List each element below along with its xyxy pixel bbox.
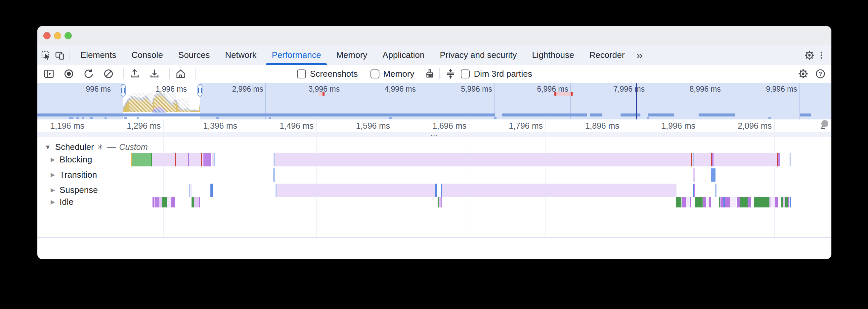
tab-network[interactable]: Network	[217, 45, 264, 65]
timeline-event-bar[interactable]	[175, 153, 176, 166]
timeline-event-bar[interactable]	[273, 168, 275, 182]
timeline-event-bar[interactable]	[693, 168, 695, 182]
timeline-event-bar[interactable]	[441, 197, 442, 208]
timeline-event-bar[interactable]	[188, 153, 189, 166]
timeline-event-bar[interactable]	[709, 197, 711, 208]
upload-profile-icon[interactable]	[129, 68, 140, 80]
timeline-event-bar[interactable]	[194, 197, 199, 208]
timeline-event-bar[interactable]	[781, 197, 783, 208]
timeline-event-bar[interactable]	[789, 153, 790, 166]
timeline-event-bar[interactable]	[737, 197, 740, 208]
timeline-event-bar[interactable]	[754, 197, 769, 208]
expand-triangle-icon[interactable]: ▶	[51, 156, 55, 163]
inspect-element-icon[interactable]	[40, 49, 52, 61]
toggle-sidebar-icon[interactable]	[43, 68, 55, 80]
tab-recorder[interactable]: Recorder	[582, 45, 632, 65]
timeline-event-bar[interactable]	[682, 197, 686, 208]
record-icon[interactable]	[63, 68, 74, 80]
collect-garbage-icon[interactable]	[424, 68, 435, 80]
tab-privacy-and-security[interactable]: Privacy and security	[432, 45, 525, 65]
memory-checkbox[interactable]	[371, 69, 379, 79]
help-icon[interactable]: ?	[815, 68, 826, 80]
timeline-event-bar[interactable]	[730, 197, 736, 208]
tab-elements[interactable]: Elements	[73, 45, 124, 65]
capture-settings-gear-icon[interactable]	[798, 68, 809, 80]
timeline-event-bar[interactable]	[785, 197, 788, 208]
timeline-event-bar[interactable]	[777, 153, 778, 166]
timeline-event-bar[interactable]	[159, 197, 162, 208]
timeline-event-bar[interactable]	[719, 197, 720, 208]
tab-lighthouse[interactable]: Lighthouse	[524, 45, 582, 65]
timeline-event-bar[interactable]	[775, 197, 778, 208]
timeline-event-bar[interactable]	[740, 197, 748, 208]
screenshots-checkbox[interactable]	[297, 69, 306, 79]
timeline-event-bar[interactable]	[155, 197, 159, 208]
timeline-event-bar[interactable]	[201, 153, 202, 166]
timeline-event-bar[interactable]	[276, 184, 436, 197]
minimize-window-button[interactable]	[54, 32, 61, 39]
timeline-event-bar[interactable]	[191, 197, 194, 208]
timeline-event-bar[interactable]	[276, 184, 277, 197]
settings-gear-icon[interactable]	[804, 49, 815, 61]
timeline-event-bar[interactable]	[690, 197, 691, 208]
timeline-event-bar[interactable]	[442, 184, 677, 197]
timeline-event-bar[interactable]	[274, 153, 780, 166]
expand-triangle-icon[interactable]: ▶	[51, 198, 55, 206]
selection-handle-left[interactable]	[121, 84, 126, 97]
track-row-label-blocking[interactable]: ▶Blocking	[51, 154, 92, 165]
timeline-event-bar[interactable]	[693, 153, 694, 166]
timeline-event-bar[interactable]	[190, 184, 192, 197]
timeline-event-bar[interactable]	[153, 197, 154, 208]
scrollbar-thumb[interactable]	[822, 120, 828, 127]
track-row-label-suspense[interactable]: ▶Suspense	[51, 185, 98, 195]
tab-application[interactable]: Application	[375, 45, 432, 65]
panel-resizer[interactable]: …	[37, 132, 831, 137]
home-icon[interactable]	[175, 68, 186, 80]
timeline-event-bar[interactable]	[172, 197, 175, 208]
track-row-label-idle[interactable]: ▶Idle	[51, 197, 73, 207]
expand-triangle-icon[interactable]: ▶	[51, 172, 55, 178]
track-area[interactable]: ▼ Scheduler ✳ — Custom ▶Blocking▶Transit…	[37, 137, 831, 209]
dim-3rd-parties-checkbox[interactable]	[461, 69, 470, 79]
timeline-event-bar[interactable]	[167, 197, 172, 208]
timeline-event-bar[interactable]	[788, 197, 789, 208]
timeline-event-bar[interactable]	[210, 184, 213, 197]
expand-triangle-icon[interactable]: ▶	[51, 187, 55, 193]
timeline-event-bar[interactable]	[676, 197, 681, 208]
timeline-event-bar[interactable]	[199, 197, 200, 208]
timeline-event-bar[interactable]	[162, 197, 167, 208]
zoom-window-button[interactable]	[64, 32, 72, 39]
timeline-event-bar[interactable]	[695, 197, 703, 208]
timeline-event-bar[interactable]	[214, 153, 215, 166]
close-window-button[interactable]	[43, 32, 51, 39]
device-toolbar-icon[interactable]	[54, 49, 66, 61]
timeline-event-bar[interactable]	[435, 184, 437, 197]
timeline-event-bar[interactable]	[132, 153, 151, 166]
timeline-overview[interactable]: CPU NET 996 ms1,996 ms2,996 ms3,996 ms4,…	[37, 83, 831, 120]
timeline-event-bar[interactable]	[789, 197, 791, 208]
tab-sources[interactable]: Sources	[171, 45, 217, 65]
tab-console[interactable]: Console	[124, 45, 170, 65]
collapse-sections-icon[interactable]	[445, 68, 456, 80]
timeline-event-bar[interactable]	[204, 153, 211, 166]
timeline-event-bar[interactable]	[703, 197, 706, 208]
tab-performance[interactable]: Performance	[264, 45, 329, 65]
timeline-event-bar[interactable]	[771, 197, 775, 208]
selection-handle-right[interactable]	[197, 84, 203, 97]
clear-icon[interactable]	[103, 68, 114, 80]
download-profile-icon[interactable]	[149, 68, 160, 80]
timeline-event-bar[interactable]	[712, 153, 714, 166]
timeline-event-bar[interactable]	[707, 197, 709, 208]
customize-devtools-icon[interactable]	[815, 49, 827, 61]
timeline-event-bar[interactable]	[778, 153, 780, 166]
timeline-event-bar[interactable]	[687, 197, 690, 208]
timeline-event-bar[interactable]	[274, 153, 275, 166]
timeline-event-bar[interactable]	[715, 184, 716, 197]
timeline-event-bar[interactable]	[694, 184, 695, 197]
timeline-event-bar[interactable]	[720, 197, 723, 208]
track-row-label-transition[interactable]: ▶Transition	[51, 170, 97, 180]
timeline-event-bar[interactable]	[711, 168, 715, 182]
tab-memory[interactable]: Memory	[329, 45, 375, 65]
timeline-event-bar[interactable]	[725, 197, 730, 208]
track-group-scheduler[interactable]: ▼ Scheduler ✳ — Custom	[45, 142, 148, 152]
